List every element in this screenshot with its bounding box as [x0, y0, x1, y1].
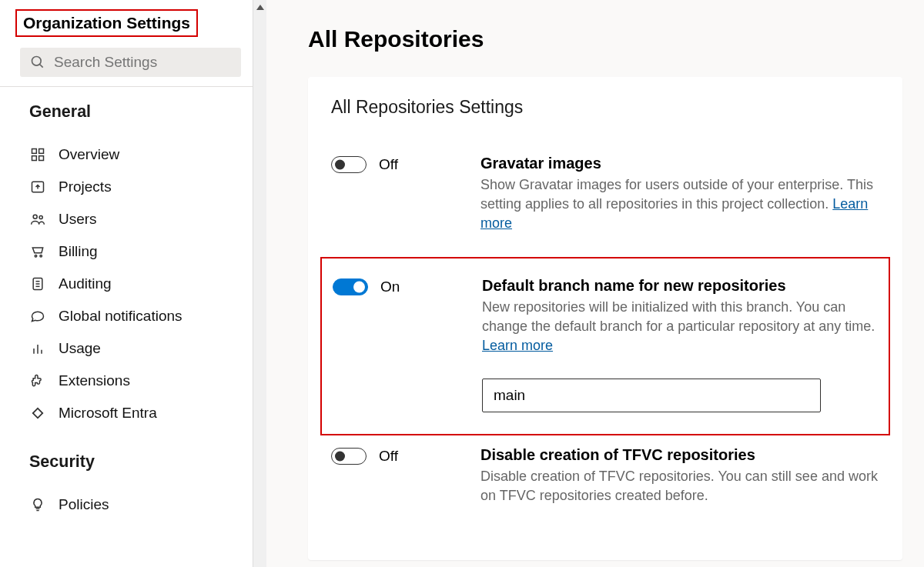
sidebar-item-extensions[interactable]: Extensions	[15, 365, 256, 397]
sidebar-item-label: Global notifications	[59, 308, 182, 325]
sidebar-item-label: Usage	[59, 340, 101, 357]
svg-point-9	[35, 255, 37, 258]
puzzle-icon	[29, 372, 46, 389]
bar-chart-icon	[29, 340, 46, 357]
section-heading-security: Security	[29, 452, 256, 472]
default-branch-learn-more-link[interactable]: Learn more	[482, 338, 553, 353]
settings-sidebar: Organization Settings General Overview	[0, 0, 262, 567]
sidebar-item-usage[interactable]: Usage	[15, 332, 256, 365]
default-branch-input[interactable]	[482, 379, 821, 412]
gravatar-description: Show Gravatar images for users outside o…	[480, 175, 879, 234]
grid-icon	[29, 146, 46, 163]
gravatar-toggle[interactable]	[331, 156, 367, 173]
svg-point-8	[39, 215, 42, 218]
sidebar-item-global-notifications[interactable]: Global notifications	[15, 300, 256, 332]
toggle-column: Off	[331, 446, 462, 505]
sidebar-header: Organization Settings	[0, 0, 261, 87]
gravatar-title: Gravatar images	[480, 155, 879, 172]
sidebar-scrollbar[interactable]	[253, 0, 266, 567]
sidebar-item-label: Auditing	[59, 275, 112, 292]
users-icon	[29, 211, 46, 228]
default-branch-description-text: New repositories will be initialized wit…	[482, 299, 875, 334]
scrollbar-up-arrow[interactable]	[256, 5, 264, 10]
upload-box-icon	[29, 178, 46, 195]
setting-disable-tfvc: Off Disable creation of TFVC repositorie…	[331, 435, 879, 529]
sidebar-item-label: Extensions	[59, 372, 130, 389]
svg-rect-4	[32, 156, 37, 161]
svg-rect-2	[32, 149, 37, 154]
disable-tfvc-toggle-label: Off	[379, 448, 398, 465]
card-title: All Repositories Settings	[331, 97, 879, 118]
disable-tfvc-description: Disable creation of TFVC repositories. Y…	[480, 467, 879, 505]
sidebar-item-microsoft-entra[interactable]: Microsoft Entra	[15, 397, 256, 429]
sidebar-item-auditing[interactable]: Auditing	[15, 268, 256, 300]
list-doc-icon	[29, 275, 46, 292]
sidebar-item-label: Projects	[59, 178, 112, 195]
sidebar-item-label: Policies	[59, 496, 109, 513]
sidebar-section-security: Security Policies	[15, 452, 256, 521]
disable-tfvc-toggle[interactable]	[331, 448, 367, 465]
svg-point-7	[33, 215, 37, 218]
sidebar-item-billing[interactable]: Billing	[15, 235, 256, 268]
sidebar-body: General Overview Projects Users	[0, 87, 261, 567]
section-heading-general: General	[29, 102, 256, 122]
svg-point-0	[32, 57, 42, 66]
search-settings-wrapper[interactable]	[20, 48, 241, 77]
gravatar-description-text: Show Gravatar images for users outside o…	[480, 177, 873, 212]
setting-default-branch: On Default branch name for new repositor…	[320, 257, 890, 436]
svg-line-1	[40, 65, 43, 68]
lightbulb-icon	[29, 496, 46, 513]
default-branch-toggle-label: On	[380, 278, 400, 295]
svg-rect-3	[39, 149, 44, 154]
disable-tfvc-description-text: Disable creation of TFVC repositories. Y…	[480, 469, 878, 503]
disable-tfvc-title: Disable creation of TFVC repositories	[480, 446, 879, 464]
sidebar-item-label: Users	[59, 211, 97, 228]
diamond-icon	[29, 405, 46, 422]
sidebar-item-label: Overview	[59, 146, 119, 163]
sidebar-title: Organization Settings	[23, 14, 190, 32]
default-branch-description: New repositories will be initialized wit…	[482, 298, 878, 356]
sidebar-item-overview[interactable]: Overview	[15, 138, 256, 171]
toggle-column: On	[333, 277, 464, 413]
page-title: All Repositories	[308, 26, 902, 52]
default-branch-title: Default branch name for new repositories	[482, 277, 878, 295]
repositories-settings-card: All Repositories Settings Off Gravatar i…	[308, 77, 902, 560]
sidebar-item-projects[interactable]: Projects	[15, 171, 256, 203]
sidebar-item-policies[interactable]: Policies	[15, 489, 256, 521]
svg-point-10	[40, 255, 42, 258]
search-settings-input[interactable]	[54, 54, 232, 71]
cart-icon	[29, 243, 46, 260]
setting-gravatar: Off Gravatar images Show Gravatar images…	[331, 144, 879, 257]
chat-icon	[29, 308, 46, 325]
sidebar-item-label: Billing	[59, 243, 98, 260]
gravatar-toggle-label: Off	[379, 156, 398, 173]
sidebar-item-users[interactable]: Users	[15, 203, 256, 235]
default-branch-toggle[interactable]	[333, 278, 368, 295]
sidebar-item-label: Microsoft Entra	[59, 405, 157, 422]
sidebar-section-general: General Overview Projects Users	[15, 102, 256, 429]
toggle-column: Off	[331, 155, 462, 234]
svg-rect-5	[39, 156, 44, 161]
main-content: All Repositories All Repositories Settin…	[262, 0, 924, 567]
org-title-highlight: Organization Settings	[15, 9, 198, 37]
search-icon	[29, 54, 46, 71]
